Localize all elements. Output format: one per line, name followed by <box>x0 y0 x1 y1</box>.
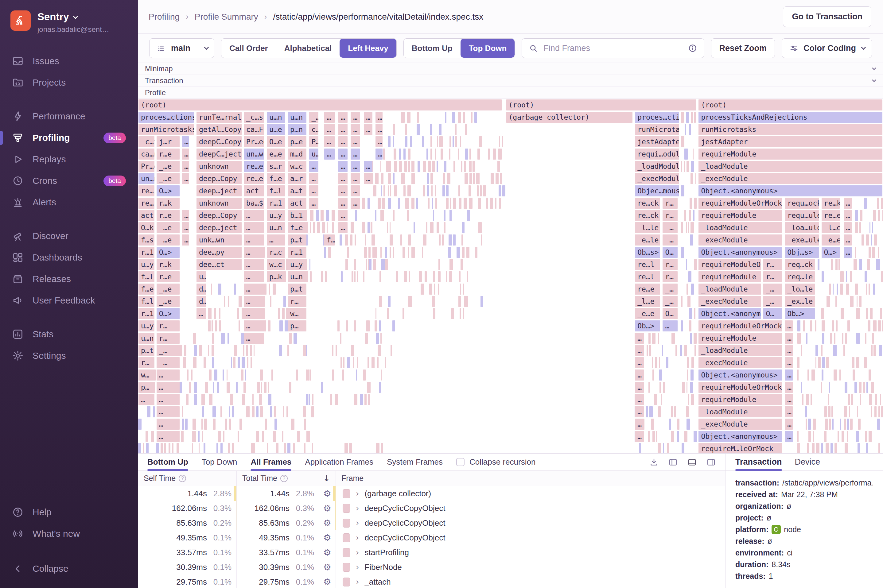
flame-frame-small[interactable] <box>199 345 202 356</box>
flame-frame[interactable]: … <box>267 234 285 246</box>
flame-frame-small[interactable] <box>242 357 245 368</box>
flame-frame[interactable]: … <box>309 198 318 208</box>
layout-left-panel-icon[interactable] <box>668 457 678 467</box>
flame-frame-small[interactable] <box>687 357 689 368</box>
flame-frame[interactable]: f…l <box>138 271 155 282</box>
flame-frame-small[interactable] <box>689 124 691 135</box>
flame-frame-small[interactable] <box>651 418 654 430</box>
flame-frame-small[interactable] <box>478 222 482 233</box>
flame-frame-small[interactable] <box>368 394 369 405</box>
flame-frame-small[interactable] <box>212 320 213 332</box>
flame-frame-small[interactable] <box>227 369 228 381</box>
flame-frame-small[interactable] <box>435 185 436 196</box>
flame-frame-small[interactable] <box>388 185 389 196</box>
flame-frame-small[interactable] <box>202 406 204 417</box>
flame-frame[interactable]: _e…e <box>821 234 840 246</box>
flame-frame-small[interactable] <box>408 247 409 258</box>
flame-frame-small[interactable] <box>270 406 272 417</box>
flame-frame-small[interactable] <box>208 320 210 332</box>
flame-frame-small[interactable] <box>304 418 306 430</box>
flame-frame[interactable]: re…l <box>635 271 660 282</box>
flame-frame[interactable]: requireModule <box>698 271 761 282</box>
flame-frame[interactable]: requireM…leOrMock <box>698 443 782 453</box>
flame-frame[interactable]: deepC…Copy <box>197 136 242 147</box>
flame-frame-small[interactable] <box>354 259 356 270</box>
flame-frame-small[interactable] <box>469 148 471 160</box>
flame-frame-small[interactable] <box>388 296 390 307</box>
flame-frame-small[interactable] <box>426 148 428 160</box>
flame-frame-small[interactable] <box>260 406 263 417</box>
flame-frame-small[interactable] <box>863 382 865 393</box>
flame-frame-small[interactable] <box>380 333 381 344</box>
flame-frame[interactable]: re…k <box>821 198 840 208</box>
flame-frame-small[interactable] <box>251 357 252 368</box>
flame-frame[interactable]: _loadModule <box>698 161 882 172</box>
flame-frame-small[interactable] <box>398 198 400 208</box>
flame-frame-small[interactable] <box>461 161 463 172</box>
flame-frame[interactable]: r… <box>763 271 782 282</box>
flame-frame-small[interactable] <box>842 333 843 344</box>
flame-frame-small[interactable] <box>826 357 829 368</box>
flame-frame-small[interactable] <box>834 333 835 344</box>
table-row[interactable]: 85.63ms0.2%85.63ms0.2%⚙›deepCyclicCopyOb… <box>138 516 725 530</box>
flame-frame[interactable]: requ…ock <box>785 198 819 208</box>
flame-frame-small[interactable] <box>340 333 341 344</box>
flame-frame[interactable]: requ…ule <box>785 210 819 221</box>
gear-icon[interactable]: ⚙ <box>319 577 336 587</box>
flame-frame[interactable]: … <box>785 357 793 368</box>
flame-frame[interactable]: unk…wn <box>197 234 242 246</box>
sidebar-item-whats-new[interactable]: What's new <box>0 523 138 544</box>
flame-frame-small[interactable] <box>246 406 249 417</box>
flame-frame-small[interactable] <box>856 357 859 368</box>
flame-frame[interactable]: dee…py <box>197 247 242 258</box>
flame-frame-small[interactable] <box>351 222 354 233</box>
flame-frame-small[interactable] <box>691 284 694 295</box>
flame-frame-small[interactable] <box>502 136 503 147</box>
flame-frame-small[interactable] <box>457 247 460 258</box>
flame-frame[interactable]: f…l <box>324 234 335 246</box>
flame-frame[interactable]: … <box>785 406 793 417</box>
flame-frame-small[interactable] <box>857 443 860 453</box>
flame-frame[interactable]: … <box>156 382 180 393</box>
flame-frame-small[interactable] <box>686 284 688 295</box>
flame-frame-small[interactable] <box>859 259 862 270</box>
flame-frame-small[interactable] <box>306 394 308 405</box>
flame-frame-small[interactable] <box>461 234 463 246</box>
flame-frame-small[interactable] <box>453 234 456 246</box>
flame-frame-small[interactable] <box>332 222 334 233</box>
flame-frame-small[interactable] <box>310 271 312 282</box>
flame-frame[interactable]: … <box>375 112 383 123</box>
flame-frame-small[interactable] <box>455 124 457 135</box>
flame-frame[interactable]: Object.<anonymous> <box>698 247 782 258</box>
flame-frame[interactable]: r… <box>138 357 155 368</box>
flame-frame-small[interactable] <box>356 369 357 381</box>
flame-frame-small[interactable] <box>849 406 850 417</box>
flame-frame-small[interactable] <box>401 173 405 184</box>
flame-frame-small[interactable] <box>860 210 862 221</box>
flame-frame-small[interactable] <box>164 443 166 453</box>
flame-frame-small[interactable] <box>387 308 389 319</box>
flame-frame[interactable]: … <box>785 345 793 356</box>
flame-frame-small[interactable] <box>464 296 468 307</box>
flame-frame[interactable]: … <box>375 148 383 160</box>
flame-frame-small[interactable] <box>821 320 825 332</box>
search-input[interactable] <box>543 43 683 53</box>
flame-frame[interactable]: _… <box>662 222 677 233</box>
flame-frame-small[interactable] <box>681 247 684 258</box>
flame-frame-small[interactable] <box>808 431 811 442</box>
flame-frame[interactable]: requireModule <box>698 333 782 344</box>
flame-frame[interactable]: _exe…ule <box>785 234 819 246</box>
flame-frame-small[interactable] <box>465 124 468 135</box>
flame-frame-small[interactable] <box>873 284 875 295</box>
flame-frame-small[interactable] <box>227 382 230 393</box>
flame-frame[interactable]: … <box>375 124 383 135</box>
flame-frame-small[interactable] <box>193 357 197 368</box>
flame-frame-small[interactable] <box>387 222 388 233</box>
frame-cell[interactable]: ›FiberNode <box>336 560 725 574</box>
flame-frame-small[interactable] <box>417 112 419 123</box>
flame-frame-small[interactable] <box>821 443 823 453</box>
flame-frame-small[interactable] <box>401 112 405 123</box>
flame-frame[interactable]: unknown <box>197 161 242 172</box>
flame-frame-small[interactable] <box>367 382 371 393</box>
flame-frame-small[interactable] <box>357 357 358 368</box>
